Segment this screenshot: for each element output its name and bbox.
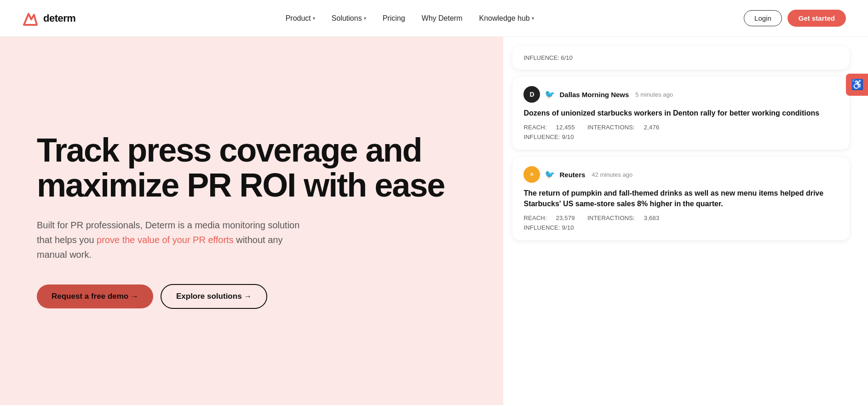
reuters-influence: INFLUENCE: 9/10 xyxy=(523,224,839,231)
dallas-stats: REACH: 12,455 INTERACTIONS: 2,476 xyxy=(523,124,839,131)
hero-subtitle: Built for PR professionals, Determ is a … xyxy=(37,218,313,262)
dallas-logo: D xyxy=(523,86,540,103)
dallas-headline: Dozens of unionized starbucks workers in… xyxy=(523,108,839,118)
reuters-influence-value: 9/10 xyxy=(562,224,574,231)
reuters-reach-value: 23,579 xyxy=(556,215,575,221)
get-started-button[interactable]: Get started xyxy=(788,10,846,27)
nav-item-pricing[interactable]: Pricing xyxy=(383,14,405,23)
twitter-icon-reuters: 🐦 xyxy=(545,169,555,180)
login-button[interactable]: Login xyxy=(744,10,782,26)
chevron-down-icon: ▾ xyxy=(364,16,366,21)
reuters-stats: REACH: 23,579 INTERACTIONS: 3,683 xyxy=(523,215,839,221)
dallas-reach-value: 12,455 xyxy=(556,124,575,131)
hero-right: INFLUENCE: 6/10 D 🐦 Dallas Morning News … xyxy=(503,37,868,405)
reuters-logo: R xyxy=(523,166,540,183)
nav-item-product[interactable]: Product ▾ xyxy=(286,14,315,23)
news-card-partial: INFLUENCE: 6/10 xyxy=(512,46,850,70)
reuters-headline: The return of pumpkin and fall-themed dr… xyxy=(523,188,839,209)
nav-item-why-determ[interactable]: Why Determ xyxy=(422,14,463,23)
hero-section: Track press coverage and maximize PR ROI… xyxy=(0,37,868,405)
news-card-dallas: D 🐦 Dallas Morning News 5 minutes ago Do… xyxy=(512,77,850,150)
chevron-down-icon: ▾ xyxy=(532,16,534,21)
twitter-icon: 🐦 xyxy=(545,89,555,99)
reuters-influence-label: INFLUENCE: xyxy=(523,224,562,231)
card-header-reuters: R 🐦 Reuters 42 minutes ago xyxy=(523,166,839,183)
nav-link-product[interactable]: Product ▾ xyxy=(286,14,315,23)
dallas-time-ago: 5 minutes ago xyxy=(635,91,673,98)
dallas-influence: INFLUENCE: 9/10 xyxy=(523,133,839,140)
partial-influence: INFLUENCE: 6/10 xyxy=(523,54,839,61)
dallas-influence-label: INFLUENCE: xyxy=(523,133,562,140)
hero-left: Track press coverage and maximize PR ROI… xyxy=(0,37,503,405)
accessibility-button[interactable]: ♿ xyxy=(846,74,868,96)
reuters-source-name: Reuters xyxy=(559,171,585,179)
explore-solutions-button[interactable]: Explore solutions → xyxy=(161,284,267,309)
dallas-source-name: Dallas Morning News xyxy=(559,91,629,99)
nav-links: Product ▾ Solutions ▾ Pricing Why Determ… xyxy=(286,14,534,23)
hero-buttons: Request a free demo → Explore solutions … xyxy=(37,284,476,309)
chevron-down-icon: ▾ xyxy=(313,16,315,21)
dallas-reach-label: REACH: xyxy=(523,124,548,131)
reuters-interactions-value: 3,683 xyxy=(644,215,660,221)
reuters-interactions-label: INTERACTIONS: xyxy=(587,215,637,221)
nav-item-knowledge-hub[interactable]: Knowledge hub ▾ xyxy=(479,14,534,23)
nav-actions: Login Get started xyxy=(744,10,846,27)
determ-logo-icon xyxy=(22,10,39,27)
hero-subtitle-highlight: prove the value of your PR efforts xyxy=(97,235,234,245)
nav-link-why-determ[interactable]: Why Determ xyxy=(422,14,463,23)
nav-link-knowledge-hub[interactable]: Knowledge hub ▾ xyxy=(479,14,534,23)
nav-link-pricing[interactable]: Pricing xyxy=(383,14,405,23)
dallas-influence-value: 9/10 xyxy=(562,133,574,140)
logo-text: determ xyxy=(43,12,75,24)
card-header-dallas: D 🐦 Dallas Morning News 5 minutes ago xyxy=(523,86,839,103)
reuters-reach-label: REACH: xyxy=(523,215,548,221)
news-card-reuters: R 🐦 Reuters 42 minutes ago The return of… xyxy=(512,157,850,240)
hero-title: Track press coverage and maximize PR ROI… xyxy=(37,133,476,203)
navbar: determ Product ▾ Solutions ▾ Pricing Why… xyxy=(0,0,868,37)
nav-link-solutions[interactable]: Solutions ▾ xyxy=(332,14,366,23)
nav-item-solutions[interactable]: Solutions ▾ xyxy=(332,14,366,23)
accessibility-icon: ♿ xyxy=(851,79,863,91)
dallas-interactions-value: 2,476 xyxy=(644,124,660,131)
reuters-time-ago: 42 minutes ago xyxy=(592,171,632,178)
request-demo-button[interactable]: Request a free demo → xyxy=(37,284,153,308)
logo-link[interactable]: determ xyxy=(22,10,75,27)
dallas-interactions-label: INTERACTIONS: xyxy=(587,124,637,131)
